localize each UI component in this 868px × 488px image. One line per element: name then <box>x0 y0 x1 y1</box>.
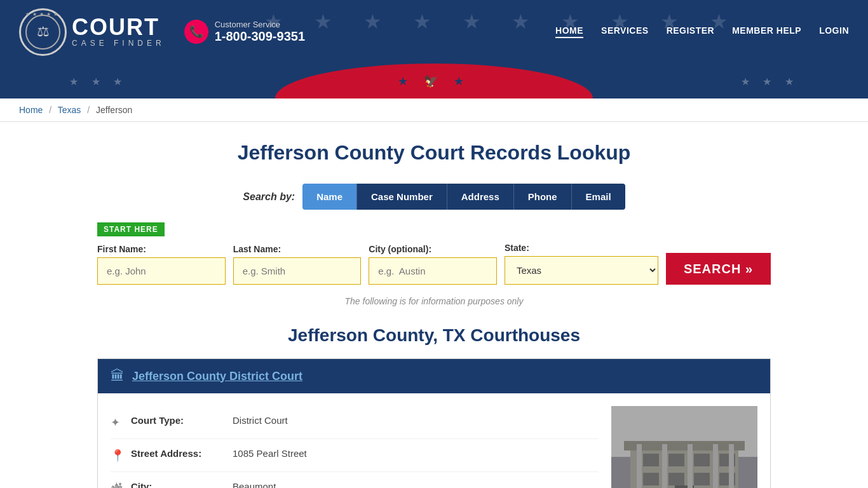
svg-rect-7 <box>694 454 710 466</box>
courthouse-header: 🏛 Jefferson County District Court <box>98 359 770 393</box>
breadcrumb-sep-1: / <box>49 105 51 115</box>
arch-stars-right: ★ ★ ★ <box>741 75 799 87</box>
city-icon: 🏙 <box>111 482 131 488</box>
arch-banner: ★ ★ ★ ★ 🦅 ★ ★ ★ ★ <box>0 64 868 98</box>
logo-court-text: COURT <box>72 16 165 39</box>
last-name-input[interactable] <box>233 257 362 285</box>
svg-rect-15 <box>662 444 667 488</box>
breadcrumb: Home / Texas / Jefferson <box>0 98 868 122</box>
state-group: State: Alabama Alaska Arizona Arkansas C… <box>505 243 658 285</box>
svg-rect-18 <box>729 444 734 488</box>
courthouse-details: ✦ Court Type: District Court 📍 Street Ad… <box>111 406 599 488</box>
info-note: The following is for information purpose… <box>97 296 771 306</box>
main-nav: HOME SERVICES REGISTER MEMBER HELP LOGIN <box>555 25 849 38</box>
city-row-label: City: <box>131 481 233 488</box>
nav-home[interactable]: HOME <box>555 25 583 38</box>
page-title: Jefferson County Court Records Lookup <box>97 141 771 165</box>
svg-rect-10 <box>668 473 684 485</box>
arch-stars-left: ★ ★ ★ <box>69 75 127 87</box>
search-by-label: Search by: <box>243 191 295 203</box>
tab-case-number[interactable]: Case Number <box>356 184 447 210</box>
red-arch: ★ 🦅 ★ <box>275 64 593 98</box>
first-name-input[interactable] <box>97 257 226 285</box>
nav-register[interactable]: REGISTER <box>667 25 715 38</box>
nav-login[interactable]: LOGIN <box>819 25 849 38</box>
search-fields-row: First Name: Last Name: City (optional): … <box>97 243 771 285</box>
tab-email[interactable]: Email <box>571 184 625 210</box>
courthouse-name-link[interactable]: Jefferson County District Court <box>132 370 302 383</box>
nav-member-help[interactable]: MEMBER HELP <box>732 25 801 38</box>
svg-rect-6 <box>668 454 684 466</box>
courthouse-image <box>611 406 757 488</box>
main-content: Jefferson County Court Records Lookup Se… <box>85 122 783 488</box>
last-name-label: Last Name: <box>233 244 362 254</box>
last-name-group: Last Name: <box>233 244 362 285</box>
breadcrumb-sep-2: / <box>87 105 90 115</box>
svg-rect-4 <box>624 441 745 451</box>
scales-icon: ⚖ <box>37 24 50 40</box>
city-row-value: Beaumont <box>233 481 599 488</box>
court-type-value: District Court <box>233 415 599 426</box>
start-here-badge: START HERE <box>97 222 165 236</box>
nav-services[interactable]: SERVICES <box>601 25 649 38</box>
svg-rect-11 <box>694 473 710 485</box>
logo-circle: ⚖ ★★★★★ <box>19 8 67 56</box>
search-section: Search by: Name Case Number Address Phon… <box>97 184 771 306</box>
svg-rect-14 <box>637 444 642 488</box>
search-by-row: Search by: Name Case Number Address Phon… <box>97 184 771 210</box>
logo-case-finder-text: CASE FINDER <box>72 39 165 48</box>
courthouse-body: ✦ Court Type: District Court 📍 Street Ad… <box>98 393 770 488</box>
address-icon: 📍 <box>111 449 131 463</box>
courthouse-card: 🏛 Jefferson County District Court ✦ Cour… <box>97 358 771 488</box>
site-header: ⚖ ★★★★★ COURT CASE FINDER 📞 Customer Ser… <box>0 0 868 64</box>
svg-rect-16 <box>688 444 693 488</box>
court-type-row: ✦ Court Type: District Court <box>111 406 599 439</box>
svg-rect-17 <box>713 444 718 488</box>
svg-rect-9 <box>643 473 659 485</box>
courthouses-title: Jefferson County, TX Courthouses <box>97 325 771 346</box>
tab-phone[interactable]: Phone <box>513 184 571 210</box>
address-value: 1085 Pearl Street <box>233 448 599 459</box>
city-input[interactable] <box>369 257 497 285</box>
cs-number: 1-800-309-9351 <box>215 29 305 44</box>
first-name-group: First Name: <box>97 244 226 285</box>
tab-name[interactable]: Name <box>302 184 356 210</box>
breadcrumb-home[interactable]: Home <box>19 105 43 115</box>
cs-label: Customer Service <box>215 20 305 29</box>
court-type-label: Court Type: <box>131 415 233 426</box>
tab-address[interactable]: Address <box>447 184 513 210</box>
city-row: 🏙 City: Beaumont <box>111 472 599 488</box>
logo-stars: ★★★★★ <box>25 11 60 17</box>
courthouse-icon: 🏛 <box>111 368 125 384</box>
first-name-label: First Name: <box>97 244 226 254</box>
logo-text: COURT CASE FINDER <box>72 16 165 48</box>
breadcrumb-county: Jefferson <box>96 105 132 115</box>
state-select[interactable]: Alabama Alaska Arizona Arkansas Californ… <box>505 256 658 285</box>
eagle-icon: ★ 🦅 ★ <box>398 74 470 88</box>
logo-area: ⚖ ★★★★★ COURT CASE FINDER <box>19 8 165 56</box>
city-group: City (optional): <box>369 244 497 285</box>
address-row: 📍 Street Address: 1085 Pearl Street <box>111 439 599 472</box>
customer-service: 📞 Customer Service 1-800-309-9351 <box>184 20 305 44</box>
address-label: Street Address: <box>131 448 233 459</box>
court-type-icon: ✦ <box>111 416 131 430</box>
phone-icon: 📞 <box>184 20 208 44</box>
svg-rect-5 <box>643 454 659 466</box>
search-button[interactable]: SEARCH » <box>666 253 771 285</box>
breadcrumb-state[interactable]: Texas <box>58 105 81 115</box>
state-label: State: <box>505 243 658 253</box>
city-label: City (optional): <box>369 244 497 254</box>
